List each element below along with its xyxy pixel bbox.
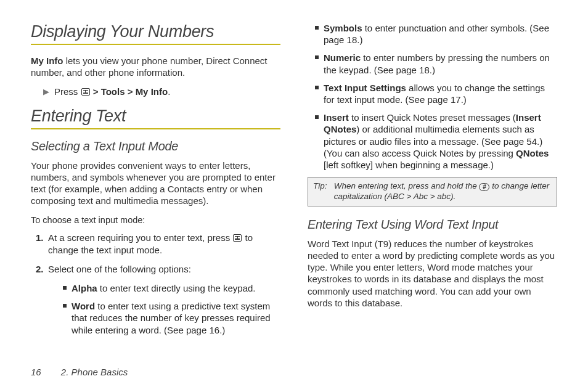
step-2: 2. Select one of the following options: <box>48 263 280 275</box>
option-alpha-desc: to enter text directly using the keypad. <box>97 283 256 293</box>
option-word: Word to enter text using a predictive te… <box>63 300 280 336</box>
option-symbols-label: Symbols <box>324 23 362 33</box>
step-1: 1. At a screen requiring you to enter te… <box>48 232 280 255</box>
hash-key-icon: # <box>479 183 489 191</box>
breadcrumb-my-info: My Info <box>136 86 168 97</box>
page-footer: 16 2. Phone Basics <box>31 367 128 377</box>
step-1-number: 1. <box>36 232 44 243</box>
option-insert-desc-1: to insert Quick Notes preset messages ( <box>349 112 516 123</box>
heading-entering-text: Entering Text <box>31 107 280 129</box>
press-word: Press <box>54 86 81 97</box>
option-tis-label: Text Input Settings <box>324 83 406 93</box>
choose-mode-steps: 1. At a screen requiring you to enter te… <box>48 232 280 275</box>
tip-label: Tip: <box>313 181 332 192</box>
section-title: 2. Phone Basics <box>61 367 128 377</box>
option-numeric: Numeric to enter numbers by pressing the… <box>315 52 557 75</box>
gt-2: > <box>128 86 133 97</box>
option-text-input-settings: Text Input Settings allows you to change… <box>315 82 557 105</box>
step-1-text-a: At a screen requiring you to enter text,… <box>48 232 232 243</box>
my-info-rest: lets you view your phone number, Direct … <box>31 55 267 78</box>
right-column: Symbols to enter punctuation and other s… <box>308 22 557 355</box>
input-mode-options-right: Symbols to enter punctuation and other s… <box>315 22 557 171</box>
press-instruction: ▶ Press > Tools > My Info. <box>43 86 280 98</box>
breadcrumb-tools: Tools <box>101 86 125 97</box>
option-alpha-label: Alpha <box>71 283 97 293</box>
option-insert-qnotes-2: QNotes <box>516 148 549 158</box>
step-2-number: 2. <box>36 263 44 275</box>
left-column: Displaying Your Numbers My Info lets you… <box>31 22 280 355</box>
tip-body: When entering text, press and hold the #… <box>334 181 550 202</box>
heading-displaying-your-numbers: Displaying Your Numbers <box>31 22 280 45</box>
tip-box: Tip: When entering text, press and hold … <box>308 177 557 206</box>
heading-word-text-input: Entering Text Using Word Text Input <box>308 218 557 232</box>
my-info-paragraph: My Info lets you view your phone number,… <box>31 55 280 78</box>
gt-1: > <box>93 86 99 97</box>
page-columns: Displaying Your Numbers My Info lets you… <box>31 22 557 355</box>
option-insert-desc-3: [left softkey] when beginning a message.… <box>324 160 494 170</box>
word-text-input-paragraph: Word Text Input (T9) reduces the number … <box>308 238 557 309</box>
option-insert-desc-2: ) or additional multimedia elements such… <box>324 124 542 158</box>
input-mode-intro-paragraph: Your phone provides convenient ways to e… <box>31 160 280 207</box>
input-mode-options-left: Alpha to enter text directly using the k… <box>63 282 280 336</box>
choose-mode-leadin: To choose a text input mode: <box>31 214 280 226</box>
heading-selecting-input-mode: Selecting a Text Input Mode <box>31 139 280 153</box>
my-info-bold: My Info <box>31 55 63 66</box>
page-number: 16 <box>31 367 41 377</box>
option-word-desc: to enter text using a predictive text sy… <box>71 301 271 335</box>
option-word-label: Word <box>71 301 95 311</box>
option-insert: Insert to insert Quick Notes preset mess… <box>315 112 557 171</box>
menu-key-icon <box>233 234 242 242</box>
option-numeric-label: Numeric <box>324 52 361 63</box>
triangle-bullet-icon: ▶ <box>43 87 49 97</box>
option-symbols: Symbols to enter punctuation and other s… <box>315 22 557 46</box>
press-instruction-text: Press > Tools > My Info. <box>54 86 170 98</box>
period: . <box>168 86 170 97</box>
step-2-text: Select one of the following options: <box>48 264 191 274</box>
option-insert-label: Insert <box>324 112 349 123</box>
tip-text-a: When entering text, press and hold the <box>334 181 480 190</box>
menu-key-icon <box>81 88 90 96</box>
option-alpha: Alpha to enter text directly using the k… <box>63 282 280 294</box>
